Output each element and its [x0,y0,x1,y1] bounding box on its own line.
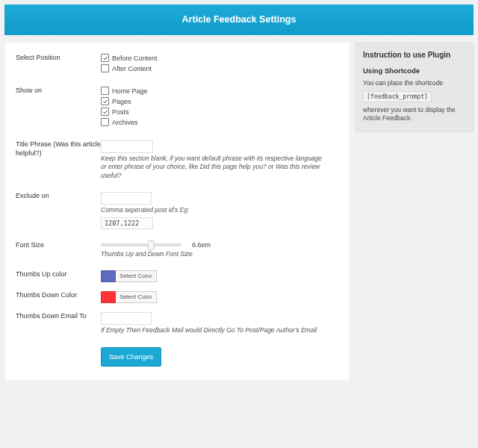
settings-form: Select Position Before ContentAfter Cont… [4,43,350,381]
using-shortcode-heading: Using Shortcode [363,66,466,75]
instructions-title: Instruction to use Plugin [363,51,466,59]
checkbox[interactable] [101,64,109,72]
instructions-panel: Instruction to use Plugin Using Shortcod… [356,43,474,132]
thumbs-up-color-label: Thumbs Up color [16,270,101,279]
exclude-on-input[interactable] [101,192,152,205]
thumbs-down-email-input[interactable] [101,312,152,325]
select-color-down-button[interactable]: Select Color [116,291,157,303]
title-phrase-input[interactable] [101,140,153,153]
checkbox-label: Archives [112,119,138,126]
showon-option: Archives [101,118,338,126]
checkbox[interactable] [101,118,109,126]
font-size-label: Font Size [16,241,101,250]
shortcode-code: [feedback_prompt] [363,91,432,102]
font-size-value: 6.6em [192,241,211,249]
checkbox[interactable] [101,108,109,116]
thumbs-down-email-label: Thumbs Down Email To [16,312,101,321]
checkbox-label: Pages [112,98,131,105]
font-size-slider[interactable] [101,243,181,246]
showon-option: Home Page [101,87,338,95]
thumbs-down-swatch[interactable] [101,291,116,303]
page-title: Article Feedback Settings [4,4,474,35]
save-changes-button[interactable]: Save Changes [101,347,161,367]
exclude-on-label: Exclude on [16,192,101,201]
checkbox-label: After Content [112,65,152,72]
exclude-example: 1207,1222 [101,217,153,229]
thumbs-down-email-hint: If Empty Then Feedback Mail would Direct… [101,326,325,335]
checkbox-label: Before Content [112,55,158,62]
shortcode-intro: You can place the shortcode [363,79,466,87]
checkbox[interactable] [101,87,109,95]
slider-handle[interactable] [147,240,154,250]
select-color-up-button[interactable]: Select Color [116,270,157,282]
thumbs-up-swatch[interactable] [101,270,116,282]
checkbox[interactable] [101,54,109,62]
checkbox[interactable] [101,97,109,105]
title-phrase-label: Title Phrase (Was this article helpful?) [16,140,101,158]
shortcode-outro: wherever you want to display the Article… [363,106,466,122]
select-position-label: Select Position [16,54,101,63]
checkbox-label: Home Page [112,87,148,95]
showon-option: Posts [101,108,338,116]
exclude-on-hint: Comma seperated post id's Eg: [101,206,325,214]
font-size-hint: Thumbs Up and Down Font Size [101,250,325,258]
thumbs-down-color-label: Thumbs Down Color [16,291,101,300]
position-option: Before Content [101,54,338,62]
show-on-label: Show on [16,87,101,96]
checkbox-label: Posts [112,108,129,116]
position-option: After Content [101,64,338,72]
title-phrase-hint: Keep this section blank, if you want def… [101,155,325,180]
showon-option: Pages [101,97,338,105]
